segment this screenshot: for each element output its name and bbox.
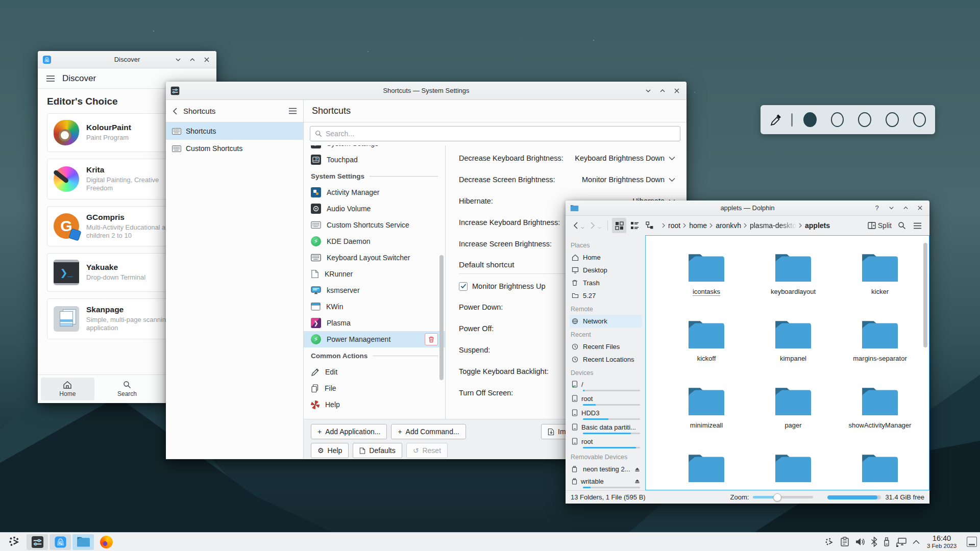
breadcrumb-aronkvh[interactable]: aronkvh (714, 221, 743, 230)
shortcuts-search[interactable] (310, 126, 680, 141)
minimize-icon[interactable] (644, 86, 653, 95)
places-item-recent-locations[interactable]: Recent Locations (570, 353, 642, 366)
sidebar-item-shortcuts[interactable]: Shortcuts (166, 122, 303, 140)
places-item-527[interactable]: 5.27 (570, 289, 642, 302)
folder-item[interactable]: kickoff (663, 315, 750, 380)
list-item-help[interactable]: Help (304, 396, 445, 413)
list-item-system-settings-partial[interactable]: System Settings (304, 145, 445, 152)
folder-item[interactable]: keyboardlayout (750, 248, 837, 313)
bluetooth-icon[interactable] (871, 537, 877, 547)
device-item-hdd3[interactable]: HDD3 (570, 407, 642, 421)
list-item-keyboard-layout-switcher[interactable]: Keyboard Layout Switcher (304, 249, 445, 266)
eject-icon[interactable] (634, 467, 640, 472)
search-button[interactable] (895, 218, 909, 233)
close-icon[interactable] (915, 204, 924, 213)
list-item-custom-shortcuts-service[interactable]: Custom Shortcuts Service (304, 217, 445, 233)
list-scrollbar[interactable] (439, 255, 444, 380)
details-view-button[interactable] (643, 218, 657, 233)
defaults-button[interactable]: Defaults (353, 443, 402, 458)
list-item-touchpad[interactable]: Touchpad (304, 152, 445, 168)
list-item-kde-daemon[interactable]: ⚡ KDE Daemon (304, 233, 445, 249)
tray-expand-icon[interactable] (913, 540, 920, 544)
forward-button[interactable] (587, 218, 603, 233)
hamburger-icon[interactable] (46, 75, 55, 82)
list-item-activity-manager[interactable]: Activity Manager (304, 184, 445, 201)
close-icon[interactable] (672, 86, 681, 95)
places-item-home[interactable]: Home (570, 251, 642, 264)
list-item-kwin[interactable]: KWin (304, 298, 445, 315)
folder-item[interactable]: margins-separator (837, 315, 923, 380)
places-item-network[interactable]: Network (570, 315, 642, 328)
hamburger-icon[interactable] (288, 108, 297, 114)
zoom-slider-handle[interactable] (773, 493, 781, 502)
sidebar-item-custom-shortcuts[interactable]: Custom Shortcuts (166, 140, 303, 157)
maximize-icon[interactable] (658, 86, 667, 95)
list-item-audio-volume[interactable]: Audio Volume (304, 201, 445, 217)
device-item-root2[interactable]: root (570, 436, 642, 450)
folder-item[interactable]: kimpanel (750, 315, 837, 380)
breadcrumb-plasma-desktop[interactable]: plasma-deskto (748, 221, 798, 230)
color-swatch[interactable] (913, 112, 926, 127)
show-desktop-button[interactable] (967, 537, 977, 547)
list-item-ksmserver[interactable]: ksmserver (304, 282, 445, 298)
removable-item-neon-testing[interactable]: neon testing 2... (570, 463, 642, 475)
places-item-desktop[interactable]: Desktop (570, 264, 642, 277)
device-item-root1[interactable]: root (570, 393, 642, 407)
folder-item[interactable]: kicker (837, 248, 923, 313)
task-system-settings[interactable] (27, 534, 48, 550)
folder-item[interactable] (663, 448, 750, 490)
device-item-root-slash[interactable]: / (570, 379, 642, 393)
places-item-trash[interactable]: Trash (570, 277, 642, 289)
task-dolphin[interactable] (72, 534, 94, 550)
discover-titlebar[interactable]: Discover (38, 51, 216, 68)
reset-button[interactable]: ↺ Reset (406, 443, 448, 458)
maximize-icon[interactable] (188, 55, 197, 64)
app-launcher-button[interactable] (4, 534, 25, 550)
view-scrollbar[interactable] (923, 243, 927, 347)
breadcrumb-root[interactable]: root (667, 221, 682, 230)
dolphin-titlebar[interactable]: applets — Dolphin ? (566, 201, 929, 216)
back-icon[interactable] (172, 108, 178, 115)
hamburger-icon[interactable] (910, 218, 924, 233)
places-item-recent-files[interactable]: Recent Files (570, 340, 642, 353)
icons-view-button[interactable] (612, 218, 626, 233)
folder-item[interactable]: pager (750, 382, 837, 446)
eyedropper-icon[interactable] (770, 113, 783, 127)
folder-item[interactable] (837, 448, 923, 490)
list-item-power-management[interactable]: ⚡ Power Management (304, 331, 445, 347)
task-firefox[interactable] (95, 534, 117, 550)
minimize-icon[interactable] (174, 55, 183, 64)
compact-view-button[interactable] (627, 218, 642, 233)
add-application-button[interactable]: + Add Application... (311, 424, 387, 439)
nav-home[interactable]: Home (41, 378, 94, 400)
task-discover[interactable] (50, 534, 71, 550)
settings-titlebar[interactable]: Shortcuts — System Settings (166, 82, 687, 100)
network-icon[interactable] (896, 537, 907, 547)
device-item-basic-data-partition[interactable]: Basic data partiti... (570, 421, 642, 436)
breadcrumb-home[interactable]: home (688, 221, 708, 230)
volume-icon[interactable] (855, 537, 865, 546)
minimize-icon[interactable] (887, 204, 896, 213)
maximize-icon[interactable] (901, 204, 910, 213)
usb-device-icon[interactable] (883, 537, 890, 547)
split-button[interactable]: Split (866, 218, 894, 233)
clock[interactable]: 16:40 3 Feb 2023 (922, 535, 962, 549)
help-button[interactable]: ⚙ Help (311, 443, 349, 458)
folder-item[interactable]: icontasks (663, 248, 750, 313)
folder-item[interactable]: minimizeall (663, 382, 750, 446)
list-item-krunner[interactable]: KRunner (304, 266, 445, 282)
removable-item-writable[interactable]: writable (570, 475, 642, 490)
help-icon[interactable]: ? (872, 204, 881, 213)
back-button[interactable] (571, 218, 586, 233)
list-item-plasma[interactable]: ❯ Plasma (304, 315, 445, 331)
zoom-slider[interactable] (753, 493, 813, 502)
search-input[interactable] (326, 130, 675, 138)
color-swatch[interactable] (886, 112, 899, 127)
color-swatch[interactable] (831, 112, 844, 127)
eject-icon[interactable] (634, 479, 640, 484)
folder-item[interactable] (750, 448, 837, 490)
dolphin-file-view[interactable]: icontasks keyboardlayout kicker (645, 235, 929, 490)
updates-icon[interactable] (824, 537, 835, 547)
folder-item[interactable]: showActivityManager (837, 382, 923, 446)
list-item-edit[interactable]: Edit (304, 364, 445, 380)
